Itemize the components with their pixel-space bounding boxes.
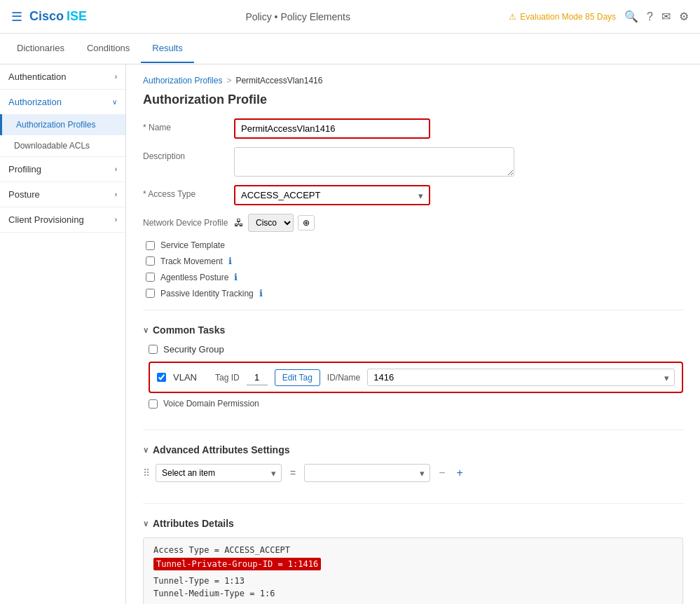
sidebar-item-downloadable-acls[interactable]: Downloadable ACLs	[0, 135, 125, 156]
vlan-tag-id-input[interactable]	[247, 370, 268, 385]
sidebar-client-provisioning-header[interactable]: Client Provisioning ›	[0, 207, 125, 232]
security-group-label: Security Group	[163, 344, 224, 355]
passive-identity-row: Passive Identity Tracking ℹ	[143, 288, 683, 298]
voice-domain-checkbox[interactable]	[149, 399, 158, 409]
description-textarea[interactable]	[234, 147, 514, 177]
tab-bar: Dictionaries Conditions Results	[0, 34, 700, 64]
sidebar-item-auth-profiles[interactable]: Authorization Profiles	[0, 114, 125, 135]
nav-center-title: Policy • Policy Elements	[245, 11, 350, 22]
breadcrumb: Authorization Profiles > PermitAccessVla…	[143, 76, 683, 85]
ndp-select[interactable]: Cisco	[248, 214, 294, 232]
eval-mode-text: Evaluation Mode 85 Days	[520, 12, 616, 22]
attr-remove-button[interactable]: −	[436, 467, 448, 479]
agentless-posture-info-icon[interactable]: ℹ	[234, 272, 238, 282]
track-movement-row: Track Movement ℹ	[143, 256, 683, 266]
sidebar-posture-header[interactable]: Posture ›	[0, 182, 125, 207]
sidebar-authorization-header[interactable]: Authorization ∨	[0, 90, 125, 114]
main-content: Authorization Profiles > PermitAccessVla…	[126, 64, 700, 604]
search-icon[interactable]: 🔍	[624, 10, 638, 23]
vlan-id-name-label: ID/Name	[327, 373, 360, 383]
vlan-checkbox[interactable]	[157, 373, 166, 382]
vlan-row: VLAN Tag ID Edit Tag ID/Name 1416	[149, 362, 683, 393]
agentless-posture-label: Agentless Posture	[160, 273, 228, 282]
sidebar: Authentication › Authorization ∨ Authori…	[0, 64, 126, 604]
attr-item-select[interactable]: Select an item	[156, 464, 282, 482]
track-movement-label: Track Movement	[160, 256, 223, 266]
sidebar-section-posture: Posture ›	[0, 182, 125, 207]
sidebar-section-authentication: Authentication ›	[0, 64, 125, 90]
attributes-details-box: Access Type = ACCESS_ACCEPT Tunnel-Priva…	[143, 537, 683, 604]
sidebar-client-provisioning-label: Client Provisioning	[8, 214, 84, 225]
page-title: Authorization Profile	[143, 92, 683, 107]
common-tasks-content: Security Group VLAN Tag ID Edit Tag ID/N…	[143, 344, 683, 409]
description-field-group: Description	[143, 147, 683, 177]
vlan-tag-id-label: Tag ID	[215, 373, 240, 383]
attr-item-select-wrap: Select an item	[156, 464, 282, 482]
ndp-device-icon: 🖧	[234, 217, 244, 228]
sidebar-section-client-provisioning: Client Provisioning ›	[0, 207, 125, 233]
service-template-checkbox[interactable]	[146, 241, 155, 250]
sidebar-authorization-label: Authorization	[8, 97, 62, 107]
access-type-label: * Access Type	[143, 185, 234, 199]
agentless-posture-checkbox[interactable]	[146, 273, 155, 282]
attr-value-select[interactable]	[304, 464, 430, 482]
common-tasks-title: Common Tasks	[153, 324, 225, 336]
brand-logo: Cisco ISE	[29, 9, 87, 24]
hamburger-icon[interactable]: ☰	[11, 9, 22, 25]
drag-handle-icon[interactable]: ⠿	[143, 467, 150, 479]
name-label: * Name	[143, 118, 234, 132]
sidebar-authentication-header[interactable]: Authentication ›	[0, 64, 125, 89]
name-input[interactable]	[234, 118, 430, 139]
vlan-id-name-select[interactable]: 1416	[367, 369, 675, 386]
passive-identity-checkbox[interactable]	[146, 289, 155, 298]
vlan-id-name-select-wrap: 1416	[367, 369, 675, 386]
attr-detail-line-4: Tunnel-Medium-Type = 1:6	[153, 589, 673, 598]
attributes-details-header[interactable]: ∨ Attributes Details	[143, 518, 683, 529]
voice-domain-row: Voice Domain Permission	[149, 399, 683, 409]
advanced-attributes-row: ⠿ Select an item = − +	[143, 464, 683, 482]
ndp-label: Network Device Profile	[143, 214, 234, 228]
nav-right: ⚠ Evaluation Mode 85 Days 🔍 ? ✉ ⚙	[509, 10, 689, 23]
breadcrumb-current: PermitAccessVlan1416	[235, 76, 322, 85]
app-layout: Authentication › Authorization ∨ Authori…	[0, 64, 700, 604]
track-movement-info-icon[interactable]: ℹ	[228, 256, 232, 266]
passive-identity-info-icon[interactable]: ℹ	[259, 288, 263, 298]
ndp-add-button[interactable]: ⊕	[298, 215, 315, 231]
name-field-group: * Name	[143, 118, 683, 139]
common-tasks-chevron-icon: ∨	[143, 326, 149, 335]
notifications-icon[interactable]: ✉	[661, 10, 671, 23]
breadcrumb-separator: >	[226, 76, 231, 85]
settings-icon[interactable]: ⚙	[679, 10, 689, 23]
nav-left: ☰ Cisco ISE	[11, 9, 87, 25]
attributes-details-chevron-icon: ∨	[143, 519, 149, 528]
description-label: Description	[143, 147, 234, 161]
service-template-label: Service Template	[160, 240, 225, 250]
attr-detail-line-2-wrap: Tunnel-Private-Group-ID = 1:1416	[153, 558, 673, 573]
advanced-attributes-header[interactable]: ∨ Advanced Attributes Settings	[143, 444, 683, 455]
chevron-down-icon: ∨	[112, 98, 117, 106]
track-movement-checkbox[interactable]	[146, 256, 155, 266]
sidebar-profiling-header[interactable]: Profiling ›	[0, 157, 125, 181]
attr-value-select-wrap	[304, 464, 430, 482]
ndp-row: 🖧 Cisco ⊕	[234, 214, 315, 232]
security-group-checkbox[interactable]	[149, 345, 158, 354]
breadcrumb-parent[interactable]: Authorization Profiles	[143, 76, 222, 85]
access-type-select[interactable]: ACCESS_ACCEPT ACCESS_REJECT	[235, 186, 429, 204]
edit-tag-button[interactable]: Edit Tag	[275, 369, 320, 386]
eval-mode-badge: ⚠ Evaluation Mode 85 Days	[509, 12, 616, 22]
sidebar-section-profiling: Profiling ›	[0, 157, 125, 182]
tab-dictionaries[interactable]: Dictionaries	[6, 34, 76, 63]
sidebar-section-authorization: Authorization ∨ Authorization Profiles D…	[0, 90, 125, 157]
chevron-right-icon-3: ›	[115, 191, 117, 198]
attr-equals-sign: =	[287, 467, 298, 479]
advanced-attr-chevron-icon: ∨	[143, 446, 149, 455]
service-template-row: Service Template	[143, 240, 683, 250]
common-tasks-header[interactable]: ∨ Common Tasks	[143, 324, 683, 336]
tab-conditions[interactable]: Conditions	[76, 34, 141, 63]
attr-add-button[interactable]: +	[454, 467, 466, 479]
warning-icon: ⚠	[509, 12, 516, 22]
agentless-posture-row: Agentless Posture ℹ	[143, 272, 683, 282]
tab-results[interactable]: Results	[141, 34, 193, 63]
attr-detail-line-3: Tunnel-Type = 1:13	[153, 576, 673, 586]
help-icon[interactable]: ?	[647, 11, 653, 23]
